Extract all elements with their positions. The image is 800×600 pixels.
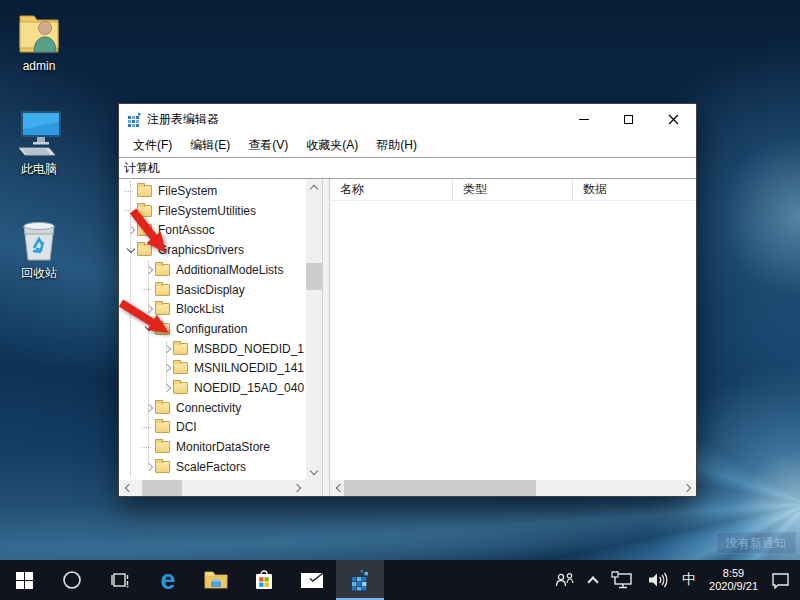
mail-button[interactable] — [288, 560, 336, 600]
show-hidden-icons-chevron[interactable] — [587, 576, 598, 587]
tree-vertical-scrollbar[interactable] — [306, 179, 322, 480]
pane-splitter[interactable] — [322, 179, 330, 496]
registry-key-folder-icon — [137, 244, 152, 256]
action-center-icon[interactable] — [771, 572, 790, 589]
scroll-left-button[interactable] — [119, 480, 135, 496]
desktop-icon-recycle-bin[interactable]: 回收站 — [0, 218, 78, 282]
menu-item-0[interactable]: 文件(F) — [124, 134, 181, 157]
tree-item-DCI[interactable]: DCI — [142, 417, 197, 437]
tree-item-MonitorDataStore[interactable]: MonitorDataStore — [142, 437, 270, 457]
desktop-icon-admin[interactable]: admin — [0, 10, 78, 73]
tree-item-label: Configuration — [176, 322, 247, 336]
column-header-name[interactable]: 名称 — [330, 179, 453, 200]
task-view-button[interactable] — [96, 560, 144, 600]
store-button[interactable] — [240, 560, 288, 600]
scroll-right-button[interactable] — [290, 480, 306, 496]
tree-item-FileSystem[interactable]: FileSystem — [124, 181, 217, 201]
tree-item-label: GraphicsDrivers — [158, 243, 244, 257]
chevron-right-icon[interactable] — [160, 346, 173, 352]
chevron-right-icon — [292, 484, 300, 492]
address-bar[interactable]: 计算机 — [119, 157, 696, 179]
desktop-wallpaper: admin 此电脑 回收站 — [0, 0, 800, 600]
chevron-right-icon[interactable] — [142, 267, 155, 273]
tree-horizontal-scrollbar[interactable] — [119, 480, 306, 496]
chevron-up-icon — [310, 184, 318, 192]
scrollbar-thumb[interactable] — [142, 480, 182, 496]
tree-item-MSBDD_NOEDID_1[interactable]: MSBDD_NOEDID_1 — [160, 339, 304, 359]
maximize-button[interactable] — [606, 104, 651, 134]
regedit-app-icon — [127, 112, 142, 127]
network-icon[interactable] — [610, 571, 634, 589]
scroll-right-button[interactable] — [680, 480, 696, 496]
registry-tree-pane: FileSystemFileSystemUtilitiesFontAssocGr… — [119, 179, 322, 496]
values-horizontal-scrollbar[interactable] — [330, 480, 696, 496]
cortana-search-button[interactable] — [48, 560, 96, 600]
chevron-down-icon — [310, 466, 318, 474]
scrollbar-thumb[interactable] — [306, 263, 322, 290]
edge-button[interactable]: e — [144, 560, 192, 600]
tree-item-BasicDisplay[interactable]: BasicDisplay — [142, 280, 245, 300]
tree-item-label: BlockList — [176, 302, 224, 316]
tree-item-label: ScaleFactors — [176, 460, 246, 474]
menu-item-2[interactable]: 查看(V) — [239, 134, 297, 157]
expander-glyph — [126, 226, 134, 234]
people-icon[interactable] — [554, 572, 576, 588]
title-bar[interactable]: 注册表编辑器 — [119, 104, 696, 134]
chevron-right-icon[interactable] — [124, 227, 137, 233]
chevron-right-icon[interactable] — [142, 464, 155, 470]
user-folder-icon — [14, 10, 64, 56]
tree-item-label: FileSystemUtilities — [158, 204, 256, 218]
start-button[interactable] — [0, 560, 48, 600]
close-button[interactable] — [651, 104, 696, 134]
scrollbar-thumb[interactable] — [344, 480, 536, 496]
scroll-up-button[interactable] — [306, 179, 322, 195]
chevron-left-icon — [124, 484, 132, 492]
tree-item-Configuration[interactable]: Configuration — [142, 319, 247, 339]
chevron-right-icon[interactable] — [142, 306, 155, 312]
tree-item-MSNILNOEDID_141[interactable]: MSNILNOEDID_141 — [160, 358, 304, 378]
column-header-data[interactable]: 数据 — [573, 179, 696, 200]
scroll-down-button[interactable] — [306, 464, 322, 480]
expander-glyph — [126, 244, 134, 252]
volume-icon[interactable] — [647, 572, 669, 588]
tree-item-NOEDID_15AD_040[interactable]: NOEDID_15AD_040 — [160, 378, 304, 398]
mail-icon — [300, 572, 324, 589]
chevron-down-icon[interactable] — [124, 249, 137, 252]
cortana-circle-icon — [62, 570, 82, 590]
ime-indicator[interactable]: 中 — [682, 571, 696, 589]
chevron-right-icon[interactable] — [160, 365, 173, 371]
edge-icon: e — [160, 567, 175, 594]
expander-glyph — [144, 305, 152, 313]
file-explorer-button[interactable] — [192, 560, 240, 600]
desktop-icon-this-pc[interactable]: 此电脑 — [0, 108, 78, 178]
chevron-right-icon[interactable] — [160, 385, 173, 391]
tree-item-ScaleFactors[interactable]: ScaleFactors — [142, 457, 246, 477]
chevron-left-icon — [335, 484, 343, 492]
chevron-right-icon[interactable] — [142, 405, 155, 411]
registry-key-folder-icon — [155, 461, 170, 473]
tree-item-GraphicsDrivers[interactable]: GraphicsDrivers — [124, 240, 244, 260]
tree-item-FileSystemUtilities[interactable]: FileSystemUtilities — [124, 201, 256, 221]
tree-item-Connectivity[interactable]: Connectivity — [142, 398, 241, 418]
menu-item-4[interactable]: 帮助(H) — [367, 134, 426, 157]
column-header-type[interactable]: 类型 — [453, 179, 573, 200]
chevron-down-icon[interactable] — [142, 327, 155, 330]
tree-item-AdditionalModeLists[interactable]: AdditionalModeLists — [142, 260, 283, 280]
tree-item-label: MonitorDataStore — [176, 440, 270, 454]
menu-item-3[interactable]: 收藏夹(A) — [297, 134, 367, 157]
desktop-icon-label: admin — [0, 59, 78, 73]
tree-branch-stub — [142, 427, 151, 428]
tree-item-label: Connectivity — [176, 401, 241, 415]
taskbar-clock[interactable]: 8:59 2020/9/21 — [709, 567, 758, 593]
tree-item-BlockList[interactable]: BlockList — [142, 299, 224, 319]
expander-glyph — [162, 364, 170, 372]
menu-item-1[interactable]: 编辑(E) — [181, 134, 239, 157]
minimize-button[interactable] — [561, 104, 606, 134]
tree-item-FontAssoc[interactable]: FontAssoc — [124, 220, 215, 240]
expander-glyph — [162, 344, 170, 352]
expander-glyph — [144, 323, 152, 331]
tree-item-label: MSBDD_NOEDID_1 — [194, 342, 304, 356]
taskbar-regedit-button[interactable] — [336, 560, 384, 600]
desktop-icon-label: 回收站 — [0, 265, 78, 282]
registry-key-folder-icon — [155, 441, 170, 453]
